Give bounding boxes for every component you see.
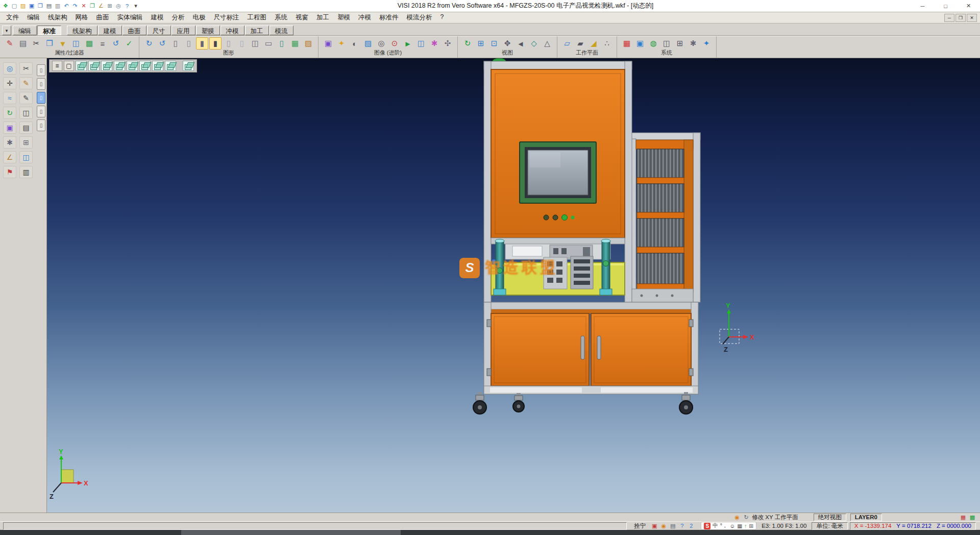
tab-wireframe[interactable]: 线架构 [67,26,97,35]
regenerate-icon[interactable]: ↺ [156,37,168,50]
perspective-view-icon[interactable]: △ [541,37,553,50]
menu-analysis[interactable]: 分析 [168,12,189,23]
mirror-tool-icon[interactable]: ◫ [19,107,33,119]
copy-icon[interactable]: ❐ [88,2,96,11]
view-left[interactable] [114,61,125,71]
lighting-icon[interactable]: ✦ [335,37,348,50]
toggle-surfaces[interactable]: ▯ [37,78,45,90]
menu-window[interactable]: 视窗 [291,12,312,23]
workplane-3points-icon[interactable]: ∴ [601,37,613,50]
tab-machining[interactable]: 加工 [245,26,269,35]
save-file-icon[interactable]: ▣ [28,2,36,11]
hidden-line-mode-icon[interactable]: ▯ [183,37,195,50]
new-file-icon[interactable]: ▢ [10,2,18,11]
ime-emoji-icon[interactable]: ☺ [729,523,735,529]
filter-color-icon[interactable]: ▩ [83,37,95,50]
shaded-mode-icon[interactable]: ▮ [196,37,208,50]
tab-options-caret[interactable]: ▾ [2,26,11,35]
menu-surface[interactable]: 曲面 [92,12,113,23]
sheet-tool-icon[interactable]: ▤ [19,121,33,134]
filter-apply-icon[interactable]: ✓ [123,37,135,50]
wireframe-mode-icon[interactable]: ▯ [169,37,182,50]
gear-tool-icon[interactable]: ✱ [3,136,16,149]
grid-icon[interactable]: ⊞ [749,523,753,529]
menu-system[interactable]: 系统 [271,12,291,23]
background-image-icon[interactable]: ▨ [362,37,374,50]
toggle-solids[interactable]: ▯ [37,64,45,76]
menu-mesh[interactable]: 网格 [71,12,92,23]
cylinder-display-icon[interactable]: ▯ [276,37,288,50]
menu-standard-parts[interactable]: 标准件 [375,12,403,23]
previous-view-icon[interactable]: ◄ [514,37,527,50]
menu-modeling[interactable]: 建模 [147,12,168,23]
filter-reset-icon[interactable]: ↺ [110,37,122,50]
layer-color-swatch-icon[interactable]: ▦ [959,514,967,521]
filter-layers-icon[interactable]: ◫ [70,37,82,50]
count-badge[interactable]: 2 [687,522,695,530]
menu-wireframe[interactable]: 线架构 [44,12,71,23]
mdi-restore-button[interactable]: ❐ [955,14,966,22]
spline-tool-icon[interactable]: ≈ [3,92,16,104]
toggle-planes[interactable]: ▯ [37,119,45,131]
camera-view-icon[interactable]: ◎ [375,37,387,50]
trim-scissors-icon[interactable]: ✂ [19,62,33,75]
maximize-button[interactable]: □ [934,0,957,12]
prompt-rotate-icon[interactable]: ↻ [742,514,750,521]
tray-rack[interactable] [631,133,700,302]
view-iso-nw[interactable] [165,61,176,71]
up-arrow-icon[interactable]: ↑ [744,523,747,529]
close-button[interactable]: ✕ [957,0,980,12]
menu-help[interactable]: ? [436,12,448,23]
units-indicator[interactable]: 单位: 毫米 [812,522,847,530]
view-bottom[interactable] [139,61,151,71]
view-top[interactable] [76,61,87,71]
view-back[interactable] [127,61,138,71]
select-zoom-icon[interactable]: ◎ [3,62,16,75]
filter-funnel-icon[interactable]: ▼ [57,37,69,50]
dimension-tool-icon[interactable]: ∠ [3,151,16,163]
texture-display-icon[interactable]: ▨ [302,37,314,50]
isometric-view-icon[interactable]: ◇ [528,37,540,50]
menu-mold[interactable]: 塑模 [333,12,354,23]
menu-flow-analysis[interactable]: 模流分析 [403,12,436,23]
rotate-tool-icon[interactable]: ↻ [3,107,16,119]
menu-machining[interactable]: 加工 [312,12,333,23]
redraw-icon[interactable]: ↻ [143,37,155,50]
sketch-pencil-icon[interactable]: ✎ [19,77,33,89]
section-view-icon[interactable]: ◫ [249,37,261,50]
attr-cut-icon[interactable]: ✂ [30,37,42,50]
os-taskbar[interactable] [0,530,980,535]
mdi-close-button[interactable]: ✕ [967,14,977,22]
snap-point-icon[interactable]: ✛ [3,77,16,89]
tab-molding[interactable]: 塑膜 [196,26,220,35]
menu-solid-edit[interactable]: 实体编辑 [113,12,147,23]
print-icon[interactable]: ▤ [45,2,53,11]
3d-model[interactable]: Y X Z Y X Z [47,58,980,513]
visual-effects-icon[interactable]: ✱ [428,37,440,50]
toggle-points[interactable]: ▯ [37,106,45,117]
active-layer-indicator[interactable]: LAYER0 [850,514,882,521]
view-mode-indicator[interactable]: 绝对视图 [814,514,846,521]
menu-file[interactable]: 文件 [2,12,23,23]
rotate-view-icon[interactable]: ↻ [461,37,474,50]
system-info-icon[interactable]: ✦ [700,37,713,50]
view-front[interactable] [88,61,100,71]
viewbar-blank-icon[interactable]: ▢ [64,61,74,71]
lock-label[interactable]: 拴宁 [634,522,646,530]
tab-surface[interactable]: 曲面 [122,26,146,35]
mdi-minimize-button[interactable]: ─ [944,14,954,22]
bounding-box-icon[interactable]: ▭ [262,37,275,50]
shadows-icon[interactable]: ◐ [349,37,361,50]
menu-dimension[interactable]: 尺寸标注 [210,12,243,23]
display-settings-icon[interactable]: ▣ [634,37,646,50]
tab-flow[interactable]: 模流 [270,26,293,35]
minimize-button[interactable]: ─ [911,0,934,12]
grid-settings-icon[interactable]: ⊞ [674,37,686,50]
undo-icon[interactable]: ↶ [62,2,70,11]
render-scene-icon[interactable]: ▣ [322,37,334,50]
zoom-extents-icon[interactable]: ⊡ [488,37,500,50]
tab-dimension[interactable]: 尺寸 [147,26,171,35]
ghost-mode-icon[interactable]: ▯ [236,37,248,50]
workplane-new-icon[interactable]: ▱ [561,37,573,50]
filter-lines-icon[interactable]: ≡ [96,37,109,50]
